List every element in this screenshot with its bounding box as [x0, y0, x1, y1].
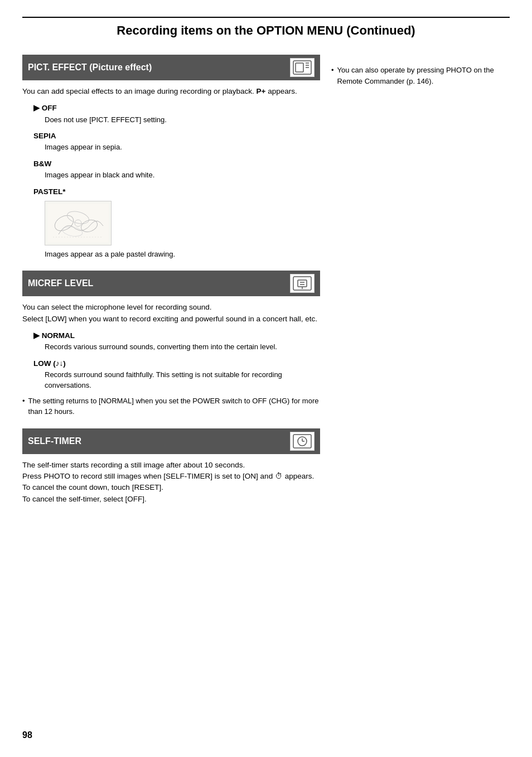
page-title: Recording items on the OPTION MENU (Cont…: [22, 17, 510, 38]
micref-note-bullet: •: [22, 396, 25, 417]
micref-header: MICREF LEVEL: [22, 271, 320, 296]
pastel-image: [45, 201, 112, 245]
svg-rect-13: [298, 280, 307, 287]
micref-normal-desc: Records various surround sounds, convert…: [45, 341, 320, 353]
pict-bw-item: B&W Images appear in black and white.: [33, 158, 320, 181]
micref-note: • The setting returns to [NORMAL] when y…: [22, 396, 320, 417]
micref-low-desc: Records surround sound faithfully. This …: [45, 369, 320, 391]
pict-sepia-item: SEPIA Images appear in sepia.: [33, 131, 320, 153]
svg-rect-1: [296, 63, 303, 72]
pict-effect-title: PICT. EFFECT (Picture effect): [28, 62, 152, 73]
micref-normal-item: NORMAL Records various surround sounds, …: [33, 330, 320, 353]
micref-low-item: LOW (♪↓) Records surround sound faithful…: [33, 358, 320, 391]
pict-off-label: OFF: [33, 103, 320, 114]
pict-bw-label: B&W: [33, 158, 320, 170]
right-note-text: You can also operate by pressing PHOTO o…: [337, 65, 510, 86]
right-note-bullet: •: [331, 65, 334, 86]
pict-bw-desc: Images appear in black and white.: [45, 170, 320, 181]
micref-normal-label: NORMAL: [33, 330, 320, 341]
self-timer-header: SELF-TIMER: [22, 428, 320, 454]
micref-low-label: LOW (♪↓): [33, 358, 320, 369]
pict-off-item: OFF Does not use [PICT. EFFECT] setting.: [33, 103, 320, 125]
pict-off-desc: Does not use [PICT. EFFECT] setting.: [45, 114, 320, 126]
pict-pastel-item: PASTEL* Images appear: [33, 186, 320, 260]
pict-sepia-desc: Images appear in sepia.: [45, 142, 320, 153]
micref-title: MICREF LEVEL: [28, 278, 93, 288]
self-timer-body: The self-timer starts recording a still …: [22, 460, 320, 505]
pict-sepia-label: SEPIA: [33, 131, 320, 142]
self-timer-icon: [290, 432, 315, 451]
micref-note-text: The setting returns to [NORMAL] when you…: [28, 396, 320, 417]
right-col-note: • You can also operate by pressing PHOTO…: [331, 65, 510, 86]
pict-effect-body: You can add special effects to an image …: [22, 86, 320, 259]
page-number: 98: [22, 730, 32, 740]
self-timer-title: SELF-TIMER: [28, 436, 81, 446]
picture-effect-icon: [290, 58, 315, 77]
pict-pastel-label: PASTEL*: [33, 186, 320, 197]
pict-pastel-desc: Images appear as a pale pastel drawing.: [45, 249, 320, 260]
right-column: • You can also operate by pressing PHOTO…: [331, 55, 510, 516]
micref-body: You can select the microphone level for …: [22, 302, 320, 417]
micref-icon: [290, 274, 315, 293]
pict-effect-header: PICT. EFFECT (Picture effect): [22, 55, 320, 80]
